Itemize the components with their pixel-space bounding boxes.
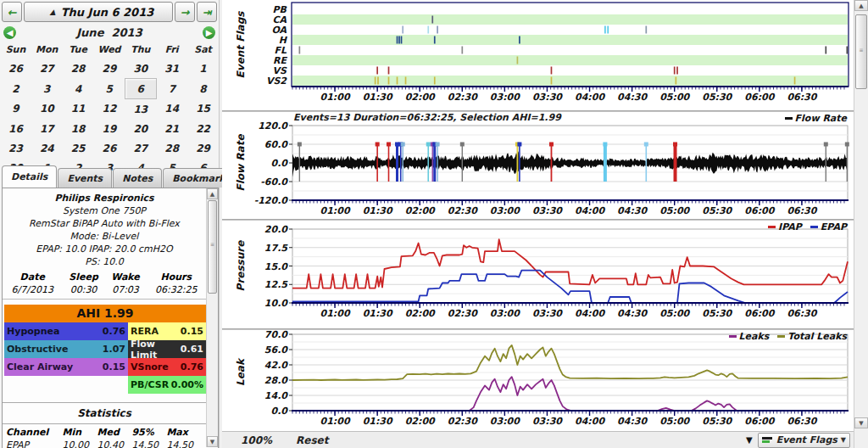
next-month-button[interactable]: ▶ xyxy=(203,26,215,39)
next-day-button[interactable]: → xyxy=(175,2,195,22)
calendar-day[interactable]: 17 xyxy=(31,119,63,138)
svg-text:01:30: 01:30 xyxy=(363,92,393,103)
calendar-day-selected[interactable]: 6 xyxy=(125,79,156,99)
flow-rate-chart[interactable]: Events=13 Duration=06:32:25, Selection A… xyxy=(222,112,854,219)
calendar-day[interactable]: 30 xyxy=(125,59,156,79)
calendar-day[interactable]: 26 xyxy=(94,138,125,158)
scroll-down-icon[interactable]: ▼ xyxy=(207,436,218,447)
calendar-day[interactable]: 21 xyxy=(156,119,187,138)
graph-combobox[interactable]: Event Flags ▼ xyxy=(758,433,850,448)
leak-chart[interactable]: LeaksTotal Leaks 70.056.042.028.014.00.0… xyxy=(222,330,854,432)
session-value: 6/7/2013 xyxy=(3,283,63,300)
calendar-day[interactable]: 27 xyxy=(31,59,63,79)
calendar-day[interactable]: 12 xyxy=(94,99,125,120)
pressure-chart[interactable]: IPAPEPAP 20.017.515.012.510.001:0001:300… xyxy=(222,221,854,328)
svg-text:03:30: 03:30 xyxy=(532,205,563,216)
svg-text:42.0: 42.0 xyxy=(264,360,288,371)
year-label: 2013 xyxy=(112,26,142,39)
calendar-day[interactable]: 23 xyxy=(0,138,31,158)
main-scrollbar-thumb[interactable]: ≡ xyxy=(855,14,867,89)
details-scrollbar[interactable]: ▲ ≡ ▼ xyxy=(206,188,218,447)
stat-header: Med xyxy=(97,426,131,439)
ahi-event-value: 0.76 xyxy=(181,361,203,372)
calendar-day[interactable]: 8 xyxy=(187,79,219,99)
legend-dash-icon xyxy=(810,226,818,228)
event-flags-chart[interactable]: PBCAOAHFLREVSVS201:0001:3002:0002:3003:0… xyxy=(222,0,854,110)
previous-month-button[interactable]: ◀ xyxy=(3,26,16,39)
calendar-day[interactable]: 11 xyxy=(63,99,94,120)
details-scrollbar-thumb[interactable]: ≡ xyxy=(208,200,217,294)
calendar-day[interactable]: 13 xyxy=(125,99,156,120)
calendar-day[interactable]: 31 xyxy=(156,59,187,79)
calendar-day[interactable]: 18 xyxy=(63,119,94,138)
svg-text:Pressure: Pressure xyxy=(235,240,247,292)
calendar-day[interactable]: 28 xyxy=(63,59,94,79)
latest-day-button[interactable]: ⇥ xyxy=(197,2,217,22)
svg-text:03:30: 03:30 xyxy=(532,308,563,319)
details-content: Philips RespironicsSystem One 750PRemSta… xyxy=(3,188,206,448)
stat-cell: EPAP xyxy=(6,439,63,448)
calendar-day[interactable]: 7 xyxy=(156,79,187,99)
svg-text:04:00: 04:00 xyxy=(575,92,605,103)
calendar-day[interactable]: 28 xyxy=(156,138,187,158)
ahi-event-label: Hypopnea xyxy=(7,326,103,337)
ahi-event-label: PB/CSR xyxy=(131,379,171,390)
legend-dash-icon xyxy=(768,226,776,228)
legend-dash-icon xyxy=(785,117,793,120)
scroll-up-icon[interactable]: ▲ xyxy=(854,0,868,11)
calendar-day[interactable]: 5 xyxy=(94,79,125,99)
calendar-day[interactable]: 3 xyxy=(31,79,63,99)
legend-label: Flow Rate xyxy=(795,113,847,124)
scroll-up-icon[interactable]: ▲ xyxy=(207,188,218,199)
calendar-day[interactable]: 27 xyxy=(125,138,156,158)
calendar-day[interactable]: 10 xyxy=(31,99,63,120)
svg-text:12.5: 12.5 xyxy=(264,279,288,290)
calendar-day[interactable]: 2 xyxy=(0,79,31,99)
tab-details[interactable]: Details xyxy=(2,165,57,188)
calendar-day[interactable]: 25 xyxy=(63,138,94,158)
calendar-month-year[interactable]: June 2013 xyxy=(16,26,203,39)
scroll-down-icon[interactable]: ▼ xyxy=(854,417,868,428)
current-date-button[interactable]: ▲ Thu Jun 6 2013 xyxy=(24,2,173,22)
calendar-day[interactable]: 9 xyxy=(0,99,31,120)
caret-down-icon[interactable]: ▼ xyxy=(746,435,753,445)
svg-text:60.0: 60.0 xyxy=(264,139,288,150)
arrow-right-icon: → xyxy=(181,6,190,19)
calendar-day[interactable]: 15 xyxy=(187,99,219,120)
sidebar-tabs: DetailsEventsNotesBookmarks xyxy=(2,166,217,188)
tab-notes[interactable]: Notes xyxy=(113,168,162,188)
calendar-day[interactable]: 20 xyxy=(125,119,156,138)
legend-item: Total Leaks xyxy=(777,331,847,342)
svg-text:06:30: 06:30 xyxy=(787,205,817,216)
svg-text:04:30: 04:30 xyxy=(617,308,648,319)
calendar-day[interactable]: 19 xyxy=(94,119,125,138)
session-value: 07:03 xyxy=(105,283,147,300)
calendar-day[interactable]: 14 xyxy=(156,99,187,120)
calendar-day[interactable]: 1 xyxy=(187,59,219,79)
calendar-day[interactable]: 29 xyxy=(187,138,219,158)
stat-cell: 10.40 xyxy=(97,439,131,448)
svg-text:06:30: 06:30 xyxy=(787,92,817,103)
svg-text:17.5: 17.5 xyxy=(264,243,288,254)
calendar-day[interactable]: 29 xyxy=(94,59,125,79)
tab-events[interactable]: Events xyxy=(58,168,112,188)
svg-text:-120.0: -120.0 xyxy=(254,195,289,206)
zoom-level-label[interactable]: 100% xyxy=(241,434,272,446)
calendar: ◀ June 2013 ▶ SunMonTueWedThuFriSat 2627… xyxy=(0,24,219,177)
reset-zoom-button[interactable]: Reset xyxy=(296,434,328,446)
svg-text:01:00: 01:00 xyxy=(320,92,351,103)
calendar-day[interactable]: 16 xyxy=(0,119,31,138)
main-scrollbar[interactable]: ▲ ≡ ▼ xyxy=(854,0,868,448)
calendar-day[interactable]: 4 xyxy=(63,79,94,99)
session-value: 00:30 xyxy=(63,283,105,300)
svg-text:70.0: 70.0 xyxy=(264,330,288,340)
session-header: Date xyxy=(3,271,63,283)
calendar-day[interactable]: 22 xyxy=(187,119,219,138)
svg-text:01:30: 01:30 xyxy=(363,308,393,319)
session-header: Sleep xyxy=(63,271,105,283)
svg-text:06:00: 06:00 xyxy=(744,92,775,103)
previous-day-button[interactable]: ← xyxy=(2,2,22,22)
svg-text:15.0: 15.0 xyxy=(264,261,288,272)
calendar-day[interactable]: 26 xyxy=(0,59,31,79)
calendar-day[interactable]: 24 xyxy=(31,138,63,158)
